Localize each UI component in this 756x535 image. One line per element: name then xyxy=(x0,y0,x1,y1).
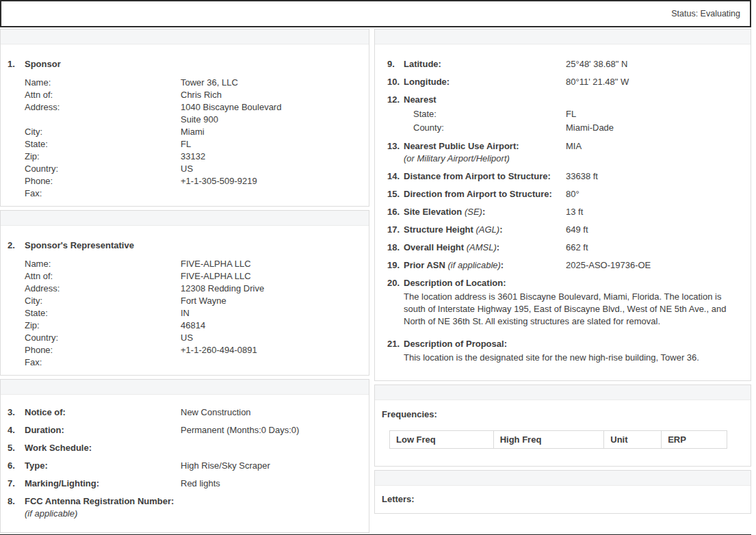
field-label: Attn of: xyxy=(25,89,181,101)
freq-col-low: Low Freq xyxy=(390,431,494,449)
description-location-block: 20. Description of Location: The locatio… xyxy=(387,277,738,328)
item-number: 1. xyxy=(8,58,25,70)
item-number: 3. xyxy=(8,406,25,419)
field-label: Address: xyxy=(25,101,181,114)
item-value: Red lights xyxy=(181,478,220,490)
field-label: Fax: xyxy=(25,356,181,369)
nearest-state-row: State: FL xyxy=(413,107,738,121)
field-label: Phone: xyxy=(25,175,181,187)
rep-field-attn: Attn of:FIVE-ALPHA LLC xyxy=(25,270,362,283)
status-bar: Status: Evaluating xyxy=(0,0,751,27)
sponsor-field-state: State:FL xyxy=(25,138,362,151)
label-main: Overall Height xyxy=(404,242,467,252)
location-panel: 9. Latitude: 25°48' 38.68" N 10. Longitu… xyxy=(374,29,751,381)
overall-height-row: 18. Overall Height (AMSL): 662 ft xyxy=(387,242,738,254)
label-italic: (AMSL) xyxy=(467,242,497,252)
marking-lighting-row: 7. Marking/Lighting: Red lights xyxy=(8,478,362,490)
field-label: Country: xyxy=(25,163,181,175)
item-label: Work Schedule: xyxy=(25,442,181,454)
frequencies-panel: Frequencies: Low Freq High Freq Unit ERP xyxy=(374,384,751,467)
label-suffix: : xyxy=(497,242,499,252)
item-label: FCC Antenna Registration Number: (if app… xyxy=(25,495,181,520)
item-number: 20. xyxy=(387,277,404,289)
label-suffix: : xyxy=(482,207,485,217)
field-value: Fort Wayne xyxy=(181,295,226,307)
field-label: Fax: xyxy=(25,187,181,200)
representative-fields: Name:FIVE-ALPHA LLC Attn of:FIVE-ALPHA L… xyxy=(25,258,362,369)
rep-field-state: State:IN xyxy=(25,307,362,319)
item-number: 14. xyxy=(387,170,404,183)
item-number: 2. xyxy=(8,239,25,252)
item-label: Description of Location: xyxy=(404,277,506,289)
nearest-heading: 12. Nearest xyxy=(387,94,738,106)
item-value: 662 ft xyxy=(566,242,588,254)
latitude-row: 9. Latitude: 25°48' 38.68" N xyxy=(387,58,738,70)
field-value: +1-1-305-509-9219 xyxy=(181,175,257,187)
letters-panel: Letters: xyxy=(374,470,751,514)
item-value: MIA xyxy=(566,140,582,165)
item-label: Duration: xyxy=(25,424,181,436)
item-label: Longitude: xyxy=(404,76,566,88)
label-italic: (AGL) xyxy=(475,224,499,235)
work-schedule-row: 5. Work Schedule: xyxy=(8,442,362,454)
rep-field-address: Address:12308 Redding Drive xyxy=(25,283,362,295)
item-value: High Rise/Sky Scraper xyxy=(181,460,270,472)
field-label: State: xyxy=(413,107,566,121)
field-label: State: xyxy=(25,138,181,151)
item-label: Marking/Lighting: xyxy=(25,478,181,490)
field-label: Phone: xyxy=(25,344,181,356)
item-label: Description of Proposal: xyxy=(404,338,507,350)
panel-header-strip xyxy=(1,211,369,226)
item-value: 25°48' 38.68" N xyxy=(566,58,627,70)
sponsor-heading: 1. Sponsor xyxy=(8,58,362,70)
site-elevation-row: 16. Site Elevation (SE): 13 ft xyxy=(387,206,738,218)
field-value: Chris Rich xyxy=(181,89,222,101)
direction-row: 15. Direction from Airport to Structure:… xyxy=(387,188,738,200)
field-label: Address: xyxy=(25,283,181,295)
notice-of-row: 3. Notice of: New Construction xyxy=(8,406,362,419)
status-text: Status: Evaluating xyxy=(671,9,740,18)
sponsor-field-address: Address:1040 Biscayne Boulevard xyxy=(25,101,362,114)
sponsor-field-country: Country:US xyxy=(25,163,362,175)
field-value: 46814 xyxy=(181,319,205,332)
item-value: 80° xyxy=(566,188,579,200)
item-number: 8. xyxy=(8,495,25,520)
item-label: Distance from Airport to Structure: xyxy=(404,170,566,183)
form-content: 1. Sponsor Name:Tower 36, LLC Attn of:Ch… xyxy=(0,27,751,533)
item-label: Overall Height (AMSL): xyxy=(404,242,566,254)
item-value: 80°11' 21.48" W xyxy=(566,76,629,88)
airport-label-sub: (or Military Airport/Heliport) xyxy=(404,153,510,164)
nearest-county-row: County: Miami-Dade xyxy=(413,121,738,135)
item-label: Structure Height (AGL): xyxy=(404,224,566,236)
frequencies-label: Frequencies: xyxy=(382,409,738,420)
field-label: County: xyxy=(413,121,566,135)
label-suffix: : xyxy=(501,260,504,270)
frequencies-table: Low Freq High Freq Unit ERP xyxy=(389,430,727,449)
item-value: Permanent (Months:0 Days:0) xyxy=(181,424,299,436)
item-number: 6. xyxy=(8,460,25,472)
letters-label: Letters: xyxy=(382,494,744,505)
fcc-label-sub: (if applicable) xyxy=(25,508,77,519)
prior-asn-row: 19. Prior ASN (if applicable): 2025-ASO-… xyxy=(387,259,738,272)
field-label: Name: xyxy=(25,77,181,89)
item-number: 4. xyxy=(8,424,25,436)
sponsor-field-attn: Attn of:Chris Rich xyxy=(25,89,362,101)
representative-panel: 2. Sponsor's Representative Name:FIVE-AL… xyxy=(0,210,369,376)
rep-field-zip: Zip:46814 xyxy=(25,319,362,332)
rep-field-fax: Fax: xyxy=(25,356,362,369)
freq-col-erp: ERP xyxy=(662,431,727,449)
field-label: Country: xyxy=(25,332,181,344)
item-number: 17. xyxy=(387,224,404,236)
details-panel: 3. Notice of: New Construction 4. Durati… xyxy=(0,379,369,533)
field-label: City: xyxy=(25,126,181,138)
field-value: 33132 xyxy=(181,151,205,163)
label-main: Prior ASN xyxy=(404,260,448,270)
sponsor-field-zip: Zip:33132 xyxy=(25,151,362,163)
field-value: Tower 36, LLC xyxy=(181,77,238,89)
item-number: 12. xyxy=(387,94,404,106)
representative-heading: 2. Sponsor's Representative xyxy=(8,239,362,252)
longitude-row: 10. Longitude: 80°11' 21.48" W xyxy=(387,76,738,88)
sponsor-panel: 1. Sponsor Name:Tower 36, LLC Attn of:Ch… xyxy=(0,29,369,207)
item-label: Nearest Public Use Airport: (or Military… xyxy=(404,140,566,165)
item-label: Notice of: xyxy=(25,406,181,419)
